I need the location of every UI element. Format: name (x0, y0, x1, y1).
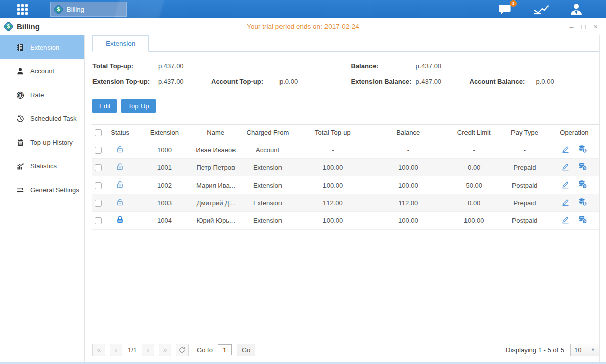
cell-total-topup: 100.00 (296, 212, 369, 230)
lock-open-icon (116, 198, 124, 208)
lock-open-icon (116, 162, 124, 172)
notepad-icon (16, 139, 25, 147)
cell-credit-limit: 50.00 (447, 176, 500, 194)
table-row: 1003Дмитрий Д...Extension112.00112.000.0… (92, 194, 599, 212)
row-checkbox[interactable] (95, 217, 102, 224)
edit-row-icon[interactable] (561, 180, 570, 190)
main-content: Extension Total Top-up: p.437.00 Extensi… (85, 35, 606, 364)
row-checkbox[interactable] (95, 164, 102, 171)
edit-row-icon[interactable] (561, 215, 570, 225)
sliders-icon (16, 186, 25, 194)
tab-extension[interactable]: Extension (92, 35, 149, 52)
window-body: Extension Account $ (0, 35, 606, 364)
app-window: $ Billing ! (0, 0, 606, 364)
topup-row-icon[interactable]: $ (578, 145, 587, 155)
cell-name: Юрий Юрь... (193, 212, 239, 230)
col-extension: Extension (136, 125, 192, 141)
extension-topup-value: p.437.00 (158, 78, 211, 85)
account-balance-label: Account Balance: (470, 78, 536, 85)
goto-label: Go to (197, 346, 213, 354)
bar-chart-trend-icon (16, 162, 25, 170)
top-up-button[interactable]: Top Up (121, 99, 155, 113)
cell-credit-limit: - (447, 141, 500, 159)
prev-page-button[interactable]: ‹ (110, 344, 122, 356)
page-indicator: 1/1 (128, 346, 137, 354)
first-page-button[interactable]: « (92, 344, 105, 356)
minimize-icon[interactable]: – (570, 23, 574, 30)
cell-balance: - (369, 141, 447, 159)
svg-text:$: $ (584, 202, 586, 206)
select-all-checkbox[interactable] (95, 129, 102, 136)
trial-notice: Your trial period ends on: 2017-02-24 (0, 23, 606, 30)
col-credit-limit: Credit Limit (447, 125, 500, 141)
svg-text:$: $ (584, 219, 586, 223)
extension-balance-label: Extension Balance: (351, 78, 416, 85)
sidebar-item-rate[interactable]: $ Rate (0, 83, 84, 107)
table-row: 1001Петр ПетровExtension100.00100.000.00… (92, 159, 599, 176)
topup-row-icon[interactable]: $ (578, 215, 587, 225)
edit-button[interactable]: Edit (92, 99, 117, 113)
maximize-icon[interactable]: □ (581, 23, 585, 30)
lock-open-icon (116, 145, 124, 155)
sidebar-item-statistics[interactable]: Statistics (0, 154, 84, 178)
user-account-icon[interactable] (570, 3, 583, 16)
notification-badge: ! (510, 0, 517, 7)
cell-pay-type: Prepaid (500, 159, 548, 176)
goto-page-input[interactable] (218, 344, 232, 355)
refresh-button[interactable] (176, 344, 189, 356)
svg-text:$: $ (584, 166, 586, 170)
lock-closed-icon (116, 215, 124, 225)
person-icon (16, 67, 25, 75)
edit-row-icon[interactable] (561, 145, 570, 155)
cell-pay-type: Postpaid (500, 212, 548, 230)
go-button[interactable]: Go (237, 344, 255, 356)
table-row: 1000Иван ИвановAccount---- $ (92, 141, 599, 159)
col-balance: Balance (369, 125, 447, 141)
sidebar-item-scheduled-task[interactable]: Scheduled Task (0, 107, 84, 130)
lock-closed-glyph (116, 215, 124, 224)
displaying-text: Displaying 1 - 5 of 5 (506, 346, 564, 354)
cell-pay-type: Prepaid (500, 194, 548, 212)
dollar-circle-icon: $ (16, 91, 25, 99)
sidebar-item-label: Statistics (30, 162, 57, 170)
col-pay-type: Pay Type (500, 125, 548, 141)
account-balance-value: p.0.00 (536, 78, 554, 85)
row-checkbox[interactable] (95, 147, 102, 154)
apps-grid-icon[interactable] (17, 4, 28, 15)
next-page-button[interactable]: › (142, 344, 154, 356)
table-row: 1002Мария Ива...Extension100.00100.0050.… (92, 176, 599, 194)
sidebar-item-label: Account (30, 67, 54, 75)
extension-table: Status Extension Name Charged From Total… (92, 124, 599, 230)
cell-total-topup: 100.00 (296, 176, 369, 194)
cell-name: Иван Иванов (193, 141, 239, 159)
cell-credit-limit: 0.00 (447, 159, 500, 176)
row-checkbox[interactable] (95, 182, 102, 189)
lock-open-glyph (116, 145, 124, 153)
sidebar-item-account[interactable]: Account (0, 59, 84, 83)
row-checkbox[interactable] (95, 200, 102, 207)
table-header-row: Status Extension Name Charged From Total… (92, 125, 599, 141)
sidebar-item-extension[interactable]: Extension (0, 35, 84, 59)
page-size-select[interactable]: 10 ▼ (570, 344, 599, 356)
taskbar-tab-billing[interactable]: $ Billing (50, 2, 127, 17)
sidebar-item-general-settings[interactable]: General Settings (0, 178, 84, 202)
window-title: $ Billing (5, 22, 40, 31)
edit-row-icon[interactable] (561, 162, 570, 172)
activity-chart-icon[interactable] (533, 3, 549, 15)
history-clock-icon (16, 115, 25, 123)
topup-row-icon[interactable]: $ (578, 180, 587, 190)
notifications-chat-icon[interactable]: ! (498, 3, 512, 15)
billing-dollar-diamond-icon: $ (3, 21, 14, 32)
last-page-button[interactable]: » (159, 344, 171, 356)
lock-open-glyph (116, 162, 124, 171)
edit-row-icon[interactable] (561, 198, 570, 208)
topup-row-icon[interactable]: $ (578, 198, 587, 208)
sidebar-item-topup-history[interactable]: Top-up History (0, 130, 84, 154)
lock-open-icon (116, 180, 124, 190)
close-icon[interactable]: × (594, 23, 598, 30)
cell-charged-from: Extension (239, 212, 296, 230)
lock-open-glyph (116, 198, 124, 206)
topup-row-icon[interactable]: $ (578, 162, 587, 172)
cell-charged-from: Extension (239, 159, 296, 176)
taskbar-tab-label: Billing (67, 6, 84, 13)
